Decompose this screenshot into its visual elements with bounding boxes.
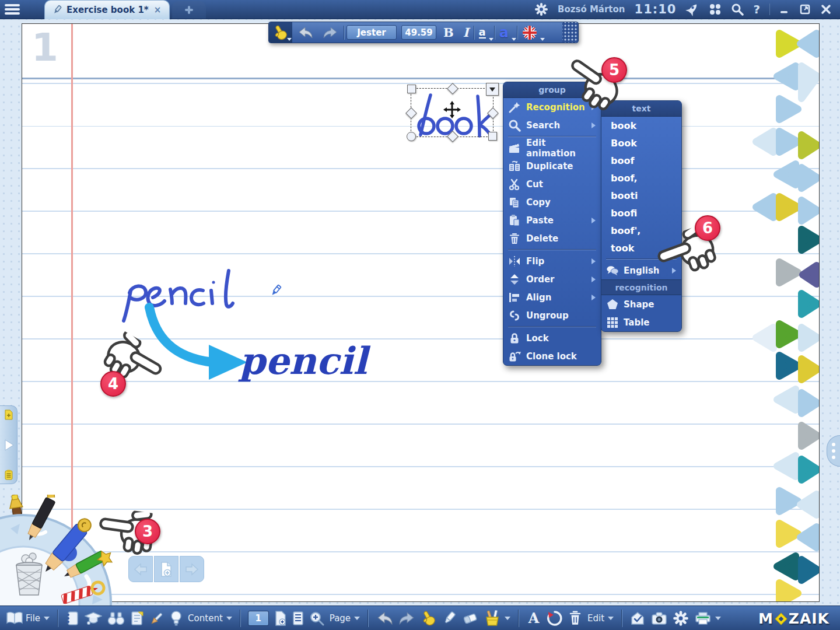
selection-box[interactable]: [411, 88, 494, 137]
homework-check-icon: [629, 611, 646, 626]
settings-gear-icon: [673, 610, 689, 626]
record-button[interactable]: [547, 610, 563, 626]
help-button[interactable]: ?: [753, 2, 760, 16]
pencil-tab-icon: [52, 5, 62, 15]
converted-text[interactable]: pencil: [239, 339, 368, 383]
play-panel-icon[interactable]: [4, 439, 14, 452]
new-tab-button[interactable]: [172, 1, 206, 19]
main-menu-button[interactable]: [5, 4, 20, 15]
divider: [518, 610, 519, 627]
caret-down-icon: [354, 617, 360, 620]
worksheet-button[interactable]: [130, 611, 144, 626]
content-menu-button[interactable]: Content: [188, 613, 232, 624]
suggestion-boof-comma[interactable]: boof,: [601, 169, 681, 187]
undo-button[interactable]: [376, 611, 393, 625]
menu-item-duplicate[interactable]: Duplicate: [503, 157, 601, 175]
tab-exercise-book[interactable]: Exercise book 1* ×: [44, 0, 170, 19]
booklet-button[interactable]: [65, 611, 79, 626]
menu-item-align[interactable]: Align: [503, 288, 601, 306]
new-page-button[interactable]: [154, 556, 178, 582]
menu-item-ungroup[interactable]: Ungroup: [503, 306, 601, 324]
pen-cup-button[interactable]: [484, 610, 510, 626]
menu-item-cut[interactable]: Cut: [503, 175, 601, 193]
suggestion-boofi[interactable]: boofi: [601, 204, 681, 222]
highlighter-button[interactable]: [442, 610, 457, 626]
undo-button[interactable]: [292, 22, 318, 43]
menu-item-edit-animation[interactable]: Edit animation: [503, 139, 601, 157]
menu-item-paste[interactable]: Paste: [503, 211, 601, 229]
underline-button[interactable]: a: [474, 22, 494, 43]
menu-item-clone-lock[interactable]: Clone lock: [503, 347, 601, 365]
options-button[interactable]: [673, 610, 689, 626]
menu-item-search[interactable]: Search: [503, 116, 601, 134]
media-search-button[interactable]: [107, 611, 125, 626]
selection-dropdown-button[interactable]: [486, 83, 499, 96]
close-window-icon[interactable]: [820, 4, 832, 15]
apps-grid-icon[interactable]: [709, 3, 722, 16]
toolbar-drag-grip[interactable]: [562, 22, 578, 43]
menu-item-table[interactable]: Table: [601, 313, 681, 331]
page-list-button[interactable]: [292, 611, 304, 626]
font-name-field[interactable]: Jester: [346, 25, 397, 40]
ideas-button[interactable]: [170, 610, 183, 626]
minimize-icon[interactable]: [779, 4, 790, 15]
suggestion-book[interactable]: book: [601, 117, 681, 134]
booklet-icon: [65, 611, 79, 626]
menu-item-copy[interactable]: Copy: [503, 193, 601, 211]
table-icon: [606, 316, 619, 329]
file-menu-button[interactable]: File: [6, 611, 50, 625]
menu-item-order[interactable]: Order: [503, 270, 601, 288]
previous-page-button[interactable]: [128, 556, 153, 582]
homework-button[interactable]: [629, 611, 646, 626]
divider: [57, 610, 58, 627]
language-button[interactable]: [517, 22, 545, 43]
redo-button[interactable]: [318, 22, 344, 43]
clipboard-list-icon[interactable]: [4, 470, 13, 480]
settings-gear-icon[interactable]: [534, 2, 548, 16]
add-page-icon[interactable]: [4, 410, 13, 420]
submenu-arrow-icon: [592, 258, 596, 264]
snapshot-button[interactable]: [651, 611, 667, 625]
selection-handle-top-left[interactable]: [407, 85, 416, 93]
page-menu-button[interactable]: Page: [330, 613, 360, 624]
selection-handle-bottom-right[interactable]: [488, 132, 497, 141]
add-page-icon: [160, 562, 173, 577]
magnifier-icon: [508, 119, 521, 132]
tools-button[interactable]: [149, 611, 164, 626]
edit-menu-button[interactable]: Edit: [587, 613, 614, 624]
page-navigation: [128, 556, 204, 582]
suggestion-Book[interactable]: Book: [601, 134, 681, 152]
tab-close-icon[interactable]: ×: [153, 5, 163, 15]
redo-button[interactable]: [398, 611, 416, 625]
user-name[interactable]: Bozsó Márton: [558, 4, 625, 15]
pointer-tool-button[interactable]: [269, 22, 292, 43]
selection-handle-bottom-left[interactable]: [407, 132, 416, 141]
pointer-tool-button[interactable]: [421, 610, 436, 626]
menu-item-shape[interactable]: Shape: [601, 295, 681, 313]
zoom-page-button[interactable]: [309, 611, 324, 626]
menu-item-lock[interactable]: Lock: [503, 329, 601, 347]
insert-page-button[interactable]: [274, 611, 287, 626]
bold-button[interactable]: B: [439, 22, 459, 43]
education-button[interactable]: [85, 611, 102, 626]
text-tool-button[interactable]: A: [526, 611, 541, 626]
search-icon[interactable]: [731, 3, 744, 16]
italic-button[interactable]: I: [459, 22, 474, 43]
font-size-field[interactable]: 49.59: [401, 25, 436, 40]
printer-export-button[interactable]: [694, 611, 721, 626]
page-number-field[interactable]: 1: [248, 611, 269, 626]
font-color-button[interactable]: a: [495, 22, 517, 43]
suggestion-booti[interactable]: booti: [601, 187, 681, 204]
next-page-button[interactable]: [180, 556, 204, 582]
recognition-submenu: text book Book boof boof, booti boofi bo…: [601, 100, 682, 332]
clipboard-icon: [508, 214, 521, 227]
left-edge-panel[interactable]: [0, 405, 18, 484]
menu-item-delete[interactable]: Delete: [503, 229, 601, 247]
magnifier-plus-icon: [309, 611, 324, 626]
rocket-icon[interactable]: [685, 2, 699, 16]
menu-item-flip[interactable]: Flip: [503, 252, 601, 270]
suggestion-boof[interactable]: boof: [601, 152, 681, 169]
delete-button[interactable]: [568, 610, 582, 626]
eraser-button[interactable]: [462, 611, 478, 626]
restore-window-icon[interactable]: [799, 4, 811, 15]
